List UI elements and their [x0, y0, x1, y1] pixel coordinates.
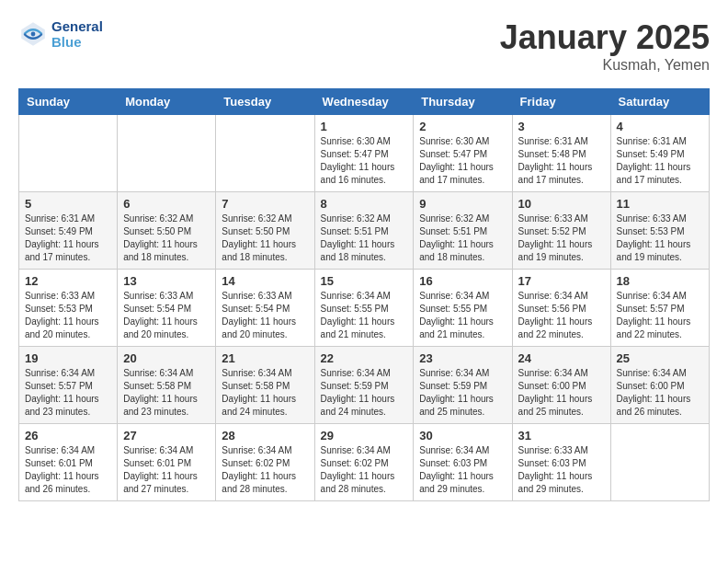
calendar-cell: 7Sunrise: 6:32 AM Sunset: 5:50 PM Daylig… — [216, 192, 314, 270]
day-number: 8 — [321, 197, 408, 211]
day-number: 26 — [25, 429, 111, 442]
day-detail: Sunrise: 6:33 AM Sunset: 5:53 PM Dayligh… — [25, 290, 111, 341]
day-number: 18 — [617, 274, 703, 288]
calendar-cell: 30Sunrise: 6:34 AM Sunset: 6:03 PM Dayli… — [414, 424, 512, 501]
day-detail: Sunrise: 6:34 AM Sunset: 6:03 PM Dayligh… — [419, 444, 506, 496]
calendar-cell: 24Sunrise: 6:34 AM Sunset: 6:00 PM Dayli… — [512, 347, 610, 424]
calendar-header-row: SundayMondayTuesdayWednesdayThursdayFrid… — [19, 89, 710, 115]
day-detail: Sunrise: 6:34 AM Sunset: 5:59 PM Dayligh… — [419, 367, 506, 419]
calendar-week-row: 26Sunrise: 6:34 AM Sunset: 6:01 PM Dayli… — [19, 424, 710, 501]
day-number: 22 — [321, 351, 408, 365]
day-header-wednesday: Wednesday — [314, 89, 414, 115]
calendar-week-row: 5Sunrise: 6:31 AM Sunset: 5:49 PM Daylig… — [19, 192, 710, 270]
calendar-cell: 11Sunrise: 6:33 AM Sunset: 5:53 PM Dayli… — [610, 192, 709, 270]
calendar-cell: 15Sunrise: 6:34 AM Sunset: 5:55 PM Dayli… — [314, 270, 414, 347]
day-number: 10 — [518, 197, 605, 211]
day-header-thursday: Thursday — [414, 89, 512, 115]
calendar-cell: 21Sunrise: 6:34 AM Sunset: 5:58 PM Dayli… — [216, 347, 314, 424]
day-detail: Sunrise: 6:34 AM Sunset: 5:55 PM Dayligh… — [419, 290, 506, 341]
day-number: 11 — [617, 197, 703, 211]
calendar-cell: 8Sunrise: 6:32 AM Sunset: 5:51 PM Daylig… — [314, 192, 414, 270]
calendar-cell: 16Sunrise: 6:34 AM Sunset: 5:55 PM Dayli… — [414, 270, 512, 347]
day-number: 1 — [321, 120, 408, 133]
day-number: 2 — [419, 120, 506, 133]
day-number: 15 — [321, 274, 408, 288]
day-detail: Sunrise: 6:32 AM Sunset: 5:50 PM Dayligh… — [222, 213, 308, 264]
day-number: 25 — [617, 351, 703, 365]
calendar-cell: 2Sunrise: 6:30 AM Sunset: 5:47 PM Daylig… — [414, 115, 512, 192]
calendar-cell — [216, 115, 314, 192]
calendar-cell: 26Sunrise: 6:34 AM Sunset: 6:01 PM Dayli… — [19, 424, 118, 501]
day-number: 6 — [123, 197, 210, 211]
day-detail: Sunrise: 6:30 AM Sunset: 5:47 PM Dayligh… — [321, 135, 408, 187]
day-number: 30 — [419, 429, 506, 442]
day-number: 13 — [123, 274, 210, 288]
calendar-cell: 14Sunrise: 6:33 AM Sunset: 5:54 PM Dayli… — [216, 270, 314, 347]
day-detail: Sunrise: 6:34 AM Sunset: 5:58 PM Dayligh… — [123, 367, 210, 419]
day-header-friday: Friday — [512, 89, 610, 115]
calendar-cell: 9Sunrise: 6:32 AM Sunset: 5:51 PM Daylig… — [414, 192, 512, 270]
day-detail: Sunrise: 6:32 AM Sunset: 5:51 PM Dayligh… — [419, 213, 506, 264]
calendar-cell: 27Sunrise: 6:34 AM Sunset: 6:01 PM Dayli… — [118, 424, 216, 501]
calendar-cell: 19Sunrise: 6:34 AM Sunset: 5:57 PM Dayli… — [19, 347, 118, 424]
calendar-cell: 31Sunrise: 6:33 AM Sunset: 6:03 PM Dayli… — [512, 424, 610, 501]
day-number: 14 — [222, 274, 308, 288]
day-number: 17 — [518, 274, 605, 288]
calendar-cell: 28Sunrise: 6:34 AM Sunset: 6:02 PM Dayli… — [216, 424, 314, 501]
day-detail: Sunrise: 6:31 AM Sunset: 5:48 PM Dayligh… — [518, 135, 605, 187]
calendar-cell — [118, 115, 216, 192]
day-header-monday: Monday — [118, 89, 216, 115]
day-detail: Sunrise: 6:34 AM Sunset: 6:01 PM Dayligh… — [25, 444, 111, 496]
day-number: 28 — [222, 429, 308, 442]
day-detail: Sunrise: 6:34 AM Sunset: 6:02 PM Dayligh… — [321, 444, 408, 496]
logo-icon — [18, 19, 48, 49]
day-number: 24 — [518, 351, 605, 365]
day-detail: Sunrise: 6:34 AM Sunset: 6:02 PM Dayligh… — [222, 444, 308, 496]
svg-point-1 — [31, 32, 36, 37]
day-number: 20 — [123, 351, 210, 365]
day-number: 31 — [518, 429, 605, 442]
calendar-cell: 20Sunrise: 6:34 AM Sunset: 5:58 PM Dayli… — [118, 347, 216, 424]
calendar-cell: 22Sunrise: 6:34 AM Sunset: 5:59 PM Dayli… — [314, 347, 414, 424]
day-detail: Sunrise: 6:33 AM Sunset: 5:52 PM Dayligh… — [518, 213, 605, 264]
day-number: 5 — [25, 197, 111, 211]
day-detail: Sunrise: 6:33 AM Sunset: 5:54 PM Dayligh… — [222, 290, 308, 341]
calendar-cell: 23Sunrise: 6:34 AM Sunset: 5:59 PM Dayli… — [414, 347, 512, 424]
day-number: 9 — [419, 197, 506, 211]
day-number: 7 — [222, 197, 308, 211]
month-title: January 2025 — [500, 18, 710, 57]
day-detail: Sunrise: 6:34 AM Sunset: 5:59 PM Dayligh… — [321, 367, 408, 419]
day-detail: Sunrise: 6:34 AM Sunset: 5:58 PM Dayligh… — [222, 367, 308, 419]
calendar-cell: 1Sunrise: 6:30 AM Sunset: 5:47 PM Daylig… — [314, 115, 414, 192]
logo: General Blue — [18, 18, 103, 50]
day-number: 21 — [222, 351, 308, 365]
calendar-cell: 12Sunrise: 6:33 AM Sunset: 5:53 PM Dayli… — [19, 270, 118, 347]
day-detail: Sunrise: 6:32 AM Sunset: 5:50 PM Dayligh… — [123, 213, 210, 264]
calendar-cell: 18Sunrise: 6:34 AM Sunset: 5:57 PM Dayli… — [610, 270, 709, 347]
calendar-cell: 25Sunrise: 6:34 AM Sunset: 6:00 PM Dayli… — [610, 347, 709, 424]
day-detail: Sunrise: 6:34 AM Sunset: 6:01 PM Dayligh… — [123, 444, 210, 496]
day-detail: Sunrise: 6:31 AM Sunset: 5:49 PM Dayligh… — [25, 213, 111, 264]
day-number: 19 — [25, 351, 111, 365]
calendar-cell: 3Sunrise: 6:31 AM Sunset: 5:48 PM Daylig… — [512, 115, 610, 192]
day-detail: Sunrise: 6:34 AM Sunset: 6:00 PM Dayligh… — [617, 367, 703, 419]
calendar-cell: 29Sunrise: 6:34 AM Sunset: 6:02 PM Dayli… — [314, 424, 414, 501]
day-detail: Sunrise: 6:30 AM Sunset: 5:47 PM Dayligh… — [419, 135, 506, 187]
calendar-cell: 5Sunrise: 6:31 AM Sunset: 5:49 PM Daylig… — [19, 192, 118, 270]
day-number: 16 — [419, 274, 506, 288]
day-number: 3 — [518, 120, 605, 133]
logo-text: General Blue — [51, 18, 103, 50]
calendar-week-row: 19Sunrise: 6:34 AM Sunset: 5:57 PM Dayli… — [19, 347, 710, 424]
page-header: General Blue January 2025 Kusmah, Yemen — [18, 18, 710, 74]
day-number: 29 — [321, 429, 408, 442]
day-detail: Sunrise: 6:34 AM Sunset: 5:55 PM Dayligh… — [321, 290, 408, 341]
location-title: Kusmah, Yemen — [500, 57, 710, 74]
title-block: January 2025 Kusmah, Yemen — [500, 18, 710, 74]
day-header-tuesday: Tuesday — [216, 89, 314, 115]
calendar-cell: 13Sunrise: 6:33 AM Sunset: 5:54 PM Dayli… — [118, 270, 216, 347]
day-detail: Sunrise: 6:34 AM Sunset: 6:00 PM Dayligh… — [518, 367, 605, 419]
day-number: 27 — [123, 429, 210, 442]
day-number: 12 — [25, 274, 111, 288]
day-header-saturday: Saturday — [610, 89, 709, 115]
day-detail: Sunrise: 6:33 AM Sunset: 5:54 PM Dayligh… — [123, 290, 210, 341]
